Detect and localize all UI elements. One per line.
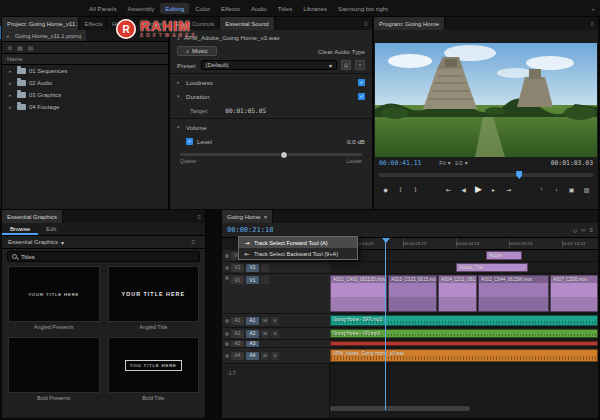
tab-essential-sound[interactable]: Essential Sound bbox=[220, 17, 274, 30]
timeline-ruler[interactable]: 00:00:14:23 00:00:29:23 00:00:44:23 00:0… bbox=[330, 238, 598, 250]
library-menu-icon[interactable]: ≡ bbox=[187, 239, 199, 245]
workspace-tab-all-panels[interactable]: All Panels bbox=[84, 3, 122, 14]
level-checkbox[interactable]: ✓ bbox=[186, 138, 193, 145]
twirl-icon[interactable]: ▾ bbox=[177, 93, 182, 99]
track-target-badge[interactable]: A2 bbox=[246, 330, 259, 338]
source-patch-badge[interactable]: A4 bbox=[231, 352, 244, 360]
track-target-badge[interactable]: V2 bbox=[246, 264, 259, 272]
source-patch-badge[interactable]: A2 bbox=[231, 330, 244, 338]
timeline-lane-a2[interactable]: Going Home - VO.mp3 bbox=[330, 328, 598, 340]
video-clip[interactable]: A007_C200.mov bbox=[550, 275, 598, 312]
audio-clip[interactable]: Going Home - VO.mp3 bbox=[330, 329, 598, 338]
step-back-icon[interactable]: ◀ bbox=[458, 183, 469, 195]
workspace-tab-libraries[interactable]: Libraries bbox=[298, 3, 332, 14]
audio-clip[interactable] bbox=[330, 341, 598, 346]
duration-section[interactable]: ▾ Duration ✓ bbox=[170, 89, 372, 103]
workspace-tab-audio[interactable]: Audio bbox=[246, 3, 272, 14]
mark-in-icon[interactable]: { bbox=[395, 183, 406, 195]
comparison-view-icon[interactable]: ▥ bbox=[581, 183, 592, 195]
mute-track-button[interactable]: M bbox=[261, 352, 269, 360]
track-target-badge[interactable]: V1 bbox=[246, 276, 259, 284]
bin-tab[interactable]: ▸ Going Home_v11.1.prproj bbox=[2, 30, 86, 41]
video-clip[interactable]: A004_C011_0615.mov bbox=[438, 275, 477, 312]
video-clip[interactable]: Adobe_Title bbox=[456, 263, 528, 272]
track-target-badge[interactable]: A4 bbox=[246, 352, 259, 360]
bin-item-graphics[interactable]: ▸ 03 Graphics bbox=[2, 89, 168, 101]
twirl-icon[interactable]: ▸ bbox=[9, 68, 14, 74]
loudness-section[interactable]: ▸ Loudness ✓ bbox=[170, 75, 372, 89]
preset-select[interactable]: (Default) ▾ bbox=[201, 60, 337, 70]
lift-icon[interactable]: ↑ bbox=[536, 183, 547, 195]
template-cell[interactable]: YOUR TITLE HERE Angled Title bbox=[108, 266, 200, 330]
timeline-lane-v2[interactable]: Adobe_Title bbox=[330, 262, 598, 274]
track-output-toggle[interactable] bbox=[261, 276, 269, 284]
workspace-overflow-icon[interactable]: » bbox=[592, 5, 595, 12]
source-patch-badge[interactable]: A3 bbox=[231, 341, 244, 347]
track-target-badge[interactable]: A3 bbox=[246, 341, 259, 347]
template-cell[interactable]: YOUR TITLE HERE Angled Presents bbox=[8, 266, 100, 330]
new-bin-icon[interactable]: ▤ bbox=[28, 44, 34, 51]
workspace-tab-effects[interactable]: Effects bbox=[216, 3, 245, 14]
workspace-tab-color[interactable]: Color bbox=[190, 3, 215, 14]
save-preset-icon[interactable]: ▤ bbox=[341, 60, 351, 70]
program-monitor-video[interactable] bbox=[375, 43, 597, 157]
level-slider-handle[interactable] bbox=[280, 151, 288, 159]
solo-track-button[interactable]: S bbox=[271, 352, 279, 360]
timeline-settings-icon[interactable]: ≡ bbox=[589, 227, 593, 234]
workspace-tab-titles[interactable]: Titles bbox=[273, 3, 298, 14]
twirl-icon[interactable]: ▾ bbox=[177, 124, 182, 130]
timeline-horizontal-scrollbar[interactable] bbox=[330, 406, 470, 411]
program-current-time[interactable]: 00:00:41.11 bbox=[379, 159, 421, 167]
tab-browse[interactable]: Browse bbox=[2, 223, 38, 235]
bin-item-audio[interactable]: ▸ 02 Audio bbox=[2, 77, 168, 89]
tab-project[interactable]: Project: Going Home_v11.1 bbox=[2, 17, 79, 30]
twirl-icon[interactable]: ▸ bbox=[177, 79, 182, 85]
flyout-item-track-select-forward[interactable]: ⇥ Track Select Forward Tool (A) bbox=[239, 237, 357, 248]
audio-clip[interactable]: APM_Adobe_Going Home_v3.wav bbox=[330, 349, 598, 362]
panel-menu-icon[interactable]: ≡ bbox=[360, 17, 372, 30]
template-cell[interactable]: Bold Presents bbox=[8, 337, 100, 401]
source-patch-badge[interactable]: V1 bbox=[231, 276, 244, 284]
level-slider[interactable] bbox=[180, 153, 362, 156]
track-target-badge[interactable]: A1 bbox=[246, 317, 259, 325]
track-lock-icon[interactable] bbox=[225, 342, 229, 346]
go-to-out-icon[interactable]: ⇥ bbox=[503, 183, 514, 195]
add-marker-icon[interactable]: ◆ bbox=[380, 183, 391, 195]
twirl-icon[interactable]: ▸ bbox=[9, 80, 14, 86]
template-cell[interactable]: YOU TITLE HERE Bold Title bbox=[108, 337, 200, 401]
video-clip[interactable]: A002_C400_0615JD.mov bbox=[330, 275, 387, 312]
tab-info[interactable]: (no clips) bbox=[135, 17, 168, 30]
music-type-button[interactable]: ♪ Music bbox=[177, 46, 217, 56]
tab-edit[interactable]: Edit bbox=[38, 223, 64, 235]
source-patch-badge[interactable]: V2 bbox=[231, 264, 244, 272]
tab-essential-graphics[interactable]: Essential Graphics bbox=[2, 210, 63, 223]
scrubber-playhead[interactable] bbox=[516, 171, 522, 179]
timeline-lane-v3[interactable]: Adobe bbox=[330, 250, 598, 262]
tab-effect-controls[interactable]: Effect Controls bbox=[170, 17, 220, 30]
template-thumbnail[interactable]: YOUR TITLE HERE bbox=[108, 266, 200, 322]
close-icon[interactable]: × bbox=[264, 214, 268, 220]
flyout-item-track-select-backward[interactable]: ⇤ Track Select Backward Tool (9+A) bbox=[239, 248, 357, 259]
video-clip[interactable]: A002_C644_0615W.mov bbox=[478, 275, 549, 312]
twirl-icon[interactable]: ▸ bbox=[9, 92, 14, 98]
track-lock-icon[interactable] bbox=[225, 254, 229, 258]
timeline-lane-a3[interactable] bbox=[330, 340, 598, 348]
track-lock-icon[interactable] bbox=[225, 319, 229, 323]
track-lock-icon[interactable] bbox=[225, 332, 229, 336]
list-view-icon[interactable]: ≣ bbox=[7, 44, 12, 51]
workspace-tab-editing[interactable]: Editing bbox=[160, 3, 189, 14]
step-forward-icon[interactable]: ▸ bbox=[488, 183, 499, 195]
go-to-in-icon[interactable]: ⇤ bbox=[443, 183, 454, 195]
snap-icon[interactable]: ∪ bbox=[573, 227, 577, 234]
extract-icon[interactable]: ↓ bbox=[551, 183, 562, 195]
tab-program[interactable]: Program: Going Home bbox=[374, 17, 445, 30]
mute-track-button[interactable]: M bbox=[261, 330, 269, 338]
timeline-timecode[interactable]: 00:00:21:18 bbox=[227, 226, 273, 234]
linked-selection-icon[interactable]: ∞ bbox=[581, 227, 585, 234]
panel-menu-icon[interactable]: ≡ bbox=[193, 210, 205, 223]
play-icon[interactable]: ▶ bbox=[473, 183, 484, 195]
panel-menu-icon[interactable]: ≡ bbox=[586, 17, 598, 30]
track-lock-icon[interactable] bbox=[225, 266, 229, 270]
icon-view-icon[interactable]: ▦ bbox=[17, 44, 23, 51]
video-clip[interactable]: Adobe bbox=[486, 251, 522, 260]
